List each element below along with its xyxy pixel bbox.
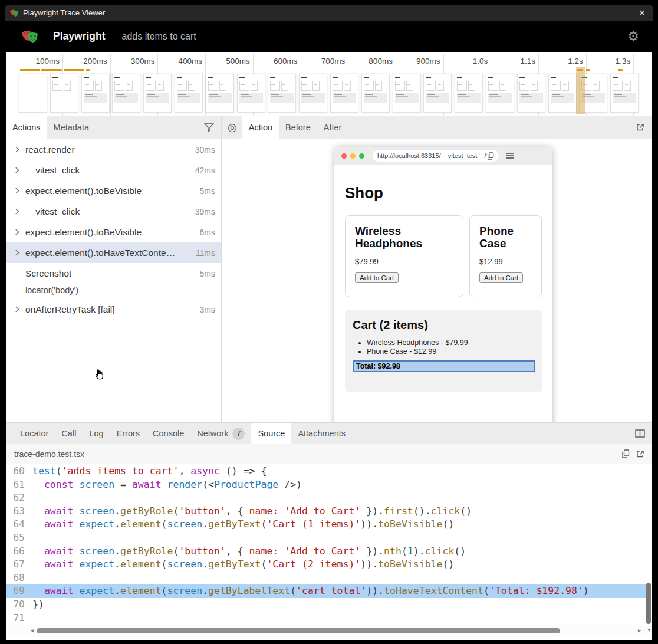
timeline-thumbnail[interactable] (486, 74, 514, 113)
browser-chrome: http://localhost:63315/__vitest_test__/?… (334, 147, 552, 165)
timeline-thumbnail[interactable] (361, 74, 390, 113)
settings-gear-icon[interactable]: ⚙ (627, 29, 639, 44)
copy-source-icon[interactable] (621, 449, 630, 458)
window-close-button[interactable]: × (639, 7, 645, 19)
timeline-thumbnail[interactable] (206, 74, 234, 113)
action-duration: 39ms (195, 207, 215, 216)
timeline-action-bar (41, 69, 62, 71)
timeline-thumbnail[interactable] (548, 74, 577, 113)
cart-title: Cart (2 items) (353, 318, 535, 332)
tab-network[interactable]: Network7 (190, 423, 251, 444)
action-item[interactable]: __vitest_click 42ms (6, 160, 221, 180)
action-item[interactable]: expect.element().toBeVisible 6ms (6, 222, 221, 242)
line-number: 61 (6, 478, 25, 492)
vertical-scrollbar[interactable]: ▼ (646, 465, 652, 625)
timeline-thumbnail[interactable] (112, 74, 140, 113)
scroll-down-arrow-icon[interactable]: ▼ (647, 627, 652, 633)
timeline-thumbnail[interactable] (50, 74, 78, 113)
pick-locator-target-icon[interactable]: ◎ (222, 116, 242, 139)
timeline-gridline (110, 54, 111, 116)
add-to-cart-button[interactable]: Add to Cart (479, 272, 523, 283)
timeline-thumbnail[interactable] (423, 74, 452, 113)
timeline-thumbnail[interactable] (237, 74, 265, 113)
timeline-thumbnail[interactable] (268, 74, 296, 113)
timeline-thumbnail[interactable] (330, 74, 358, 113)
test-title: adds items to cart (122, 31, 196, 42)
expand-chevron-icon[interactable] (14, 187, 25, 195)
browser-menu-icon[interactable] (506, 153, 514, 159)
source-code-view[interactable]: 60 test('adds items to cart', async () =… (6, 465, 646, 625)
actions-tabbar: ActionsMetadata (6, 116, 221, 139)
split-view-icon[interactable] (635, 423, 645, 444)
timeline-thumbnail[interactable] (455, 74, 483, 113)
horizontal-scrollbar[interactable]: ◂ ▸ (6, 625, 652, 637)
tab-locator[interactable]: Locator (14, 423, 55, 444)
timeline-tick-label: 1.1s (520, 57, 538, 65)
expand-chevron-icon[interactable] (14, 166, 25, 174)
action-item[interactable]: expect.element().toHaveTextConte… 11ms (6, 242, 221, 263)
expand-chevron-icon[interactable] (14, 305, 25, 313)
line-number: 65 (6, 531, 25, 545)
tab-log[interactable]: Log (83, 423, 110, 444)
expand-chevron-icon[interactable] (14, 228, 25, 236)
cart-items-list: Wireless Headphones - $79.99Phone Case -… (367, 339, 535, 356)
timeline-thumbnail[interactable] (610, 74, 639, 113)
expand-chevron-icon[interactable] (14, 249, 25, 257)
scroll-left-arrow-icon[interactable]: ◂ (31, 627, 34, 633)
action-item[interactable]: react.render 30ms (6, 139, 221, 160)
action-item[interactable]: expect.element().toBeVisible 5ms (6, 180, 221, 201)
timeline-thumbnail[interactable] (175, 74, 203, 113)
timeline-thumbnail[interactable] (19, 74, 47, 113)
expand-chevron-icon[interactable] (14, 146, 25, 153)
snapshot-tabbar: ◎ ActionBeforeAfter (222, 116, 652, 139)
line-number: 64 (6, 518, 25, 531)
tab-source[interactable]: Source (251, 423, 291, 444)
open-source-external-icon[interactable] (636, 449, 645, 459)
expand-chevron-icon[interactable] (14, 208, 25, 215)
timeline-thumbnail[interactable] (517, 74, 545, 113)
line-number: 66 (6, 545, 25, 558)
tab-action[interactable]: Action (242, 116, 279, 139)
horizontal-scroll-thumb[interactable] (37, 628, 560, 633)
tab-actions[interactable]: Actions (6, 116, 47, 139)
timeline-action-bar (86, 69, 90, 71)
tab-attachments[interactable]: Attachments (291, 423, 352, 444)
line-number: 69 (6, 584, 25, 598)
vertical-scroll-thumb[interactable] (646, 583, 651, 624)
traffic-light-minimize (350, 153, 356, 159)
cart-item: Wireless Headphones - $79.99 (367, 339, 535, 347)
add-to-cart-button[interactable]: Add to Cart (355, 272, 399, 283)
action-item[interactable]: onAfterRetryTask [fail] 3ms (6, 299, 221, 320)
filter-funnel-icon[interactable] (204, 116, 214, 139)
tab-errors[interactable]: Errors (110, 423, 146, 444)
timeline-strip[interactable]: 100ms200ms300ms400ms500ms600ms700ms800ms… (6, 52, 652, 116)
window-title: Playwright Trace Viewer (23, 8, 105, 17)
tab-before[interactable]: Before (279, 116, 317, 139)
product-name: Wireless Headphones (355, 225, 453, 249)
timeline-thumbnail[interactable] (393, 74, 421, 113)
timeline-thumbnail[interactable] (143, 74, 172, 113)
timeline-tick-label: 1.3s (616, 57, 634, 65)
address-bar[interactable]: http://localhost:63315/__vitest_test__/?… (373, 150, 499, 162)
open-snapshot-external-icon[interactable] (636, 116, 645, 139)
tab-call[interactable]: Call (55, 423, 83, 444)
action-duration: 11ms (196, 248, 215, 258)
action-item[interactable]: Screenshot 5ms (6, 263, 221, 284)
timeline-thumbnail[interactable] (299, 74, 327, 113)
copy-url-icon[interactable] (487, 152, 494, 160)
code-line: 61 const screen = await render(<ProductP… (6, 478, 646, 492)
source-filename: trace-demo.test.tsx (14, 449, 84, 459)
tab-console[interactable]: Console (146, 423, 190, 444)
action-item[interactable]: __vitest_click 39ms (6, 201, 221, 222)
tab-after[interactable]: After (317, 116, 348, 139)
tab-metadata[interactable]: Metadata (47, 116, 96, 139)
page-url: http://localhost:63315/__vitest_test__/?… (377, 152, 487, 159)
snapshot-panel: ◎ ActionBeforeAfter http://localhost:6 (222, 116, 652, 422)
app-title: Playwright (53, 30, 106, 42)
scroll-right-arrow-icon[interactable]: ▸ (638, 627, 641, 633)
line-number: 70 (6, 598, 25, 612)
timeline-tick-label: 800ms (369, 57, 396, 65)
product-card: Phone Case $12.99 Add to Cart (469, 215, 542, 297)
details-panel: LocatorCallLogErrorsConsoleNetwork7Sourc… (6, 422, 652, 640)
timeline-thumbnail[interactable] (81, 74, 110, 113)
